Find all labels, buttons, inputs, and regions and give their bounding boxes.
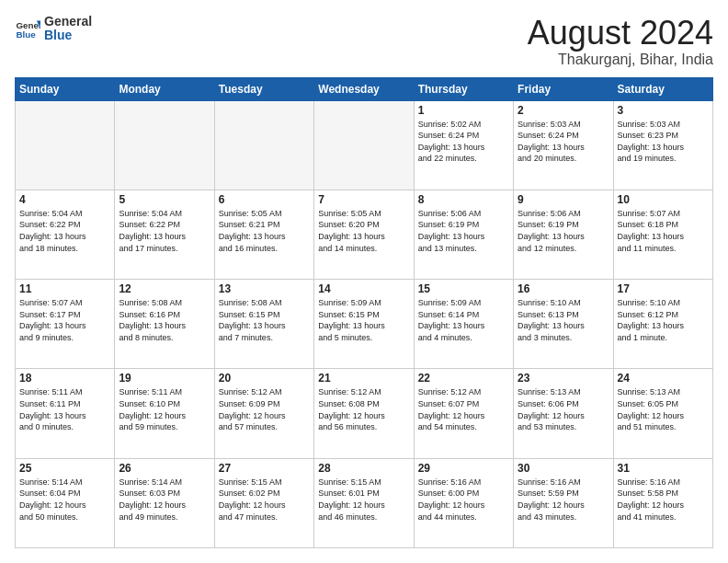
day-cell: 13Sunrise: 5:08 AM Sunset: 6:15 PM Dayli… [214, 280, 313, 369]
day-info: Sunrise: 5:02 AM Sunset: 6:24 PM Dayligh… [418, 119, 509, 165]
day-info: Sunrise: 5:05 AM Sunset: 6:21 PM Dayligh… [219, 208, 310, 254]
day-cell: 16Sunrise: 5:10 AM Sunset: 6:13 PM Dayli… [514, 280, 613, 369]
day-info: Sunrise: 5:13 AM Sunset: 6:06 PM Dayligh… [518, 386, 609, 432]
day-number: 20 [219, 372, 310, 385]
day-number: 7 [318, 193, 409, 206]
day-info: Sunrise: 5:12 AM Sunset: 6:07 PM Dayligh… [418, 386, 509, 432]
title-block: August 2024 Thakurganj, Bihar, India [528, 15, 713, 68]
day-info: Sunrise: 5:11 AM Sunset: 6:10 PM Dayligh… [119, 386, 210, 432]
logo-text: General Blue [44, 15, 92, 43]
weekday-header-monday: Monday [115, 77, 214, 100]
day-cell: 2Sunrise: 5:03 AM Sunset: 6:24 PM Daylig… [514, 100, 613, 190]
day-number: 21 [318, 372, 409, 385]
day-info: Sunrise: 5:11 AM Sunset: 6:11 PM Dayligh… [19, 386, 110, 432]
day-cell: 19Sunrise: 5:11 AM Sunset: 6:10 PM Dayli… [115, 369, 214, 458]
day-cell: 26Sunrise: 5:14 AM Sunset: 6:03 PM Dayli… [115, 458, 214, 547]
day-number: 18 [19, 372, 110, 385]
day-info: Sunrise: 5:16 AM Sunset: 5:58 PM Dayligh… [618, 477, 709, 523]
day-number: 4 [19, 193, 110, 206]
day-cell: 31Sunrise: 5:16 AM Sunset: 5:58 PM Dayli… [613, 458, 712, 547]
day-number: 17 [618, 282, 709, 295]
weekday-header-tuesday: Tuesday [214, 77, 313, 100]
day-number: 2 [518, 104, 609, 117]
day-cell [115, 100, 214, 190]
day-number: 12 [119, 282, 210, 295]
day-info: Sunrise: 5:14 AM Sunset: 6:03 PM Dayligh… [119, 477, 210, 523]
day-cell [16, 100, 115, 190]
day-number: 5 [119, 193, 210, 206]
day-info: Sunrise: 5:06 AM Sunset: 6:19 PM Dayligh… [518, 208, 609, 254]
day-cell: 28Sunrise: 5:15 AM Sunset: 6:01 PM Dayli… [314, 458, 414, 547]
title-month: August 2024 [528, 15, 713, 52]
logo: General Blue General Blue [15, 15, 92, 43]
weekday-header-wednesday: Wednesday [314, 77, 414, 100]
weekday-header-saturday: Saturday [613, 77, 712, 100]
day-info: Sunrise: 5:15 AM Sunset: 6:01 PM Dayligh… [318, 477, 409, 523]
day-number: 24 [618, 372, 709, 385]
day-info: Sunrise: 5:03 AM Sunset: 6:23 PM Dayligh… [618, 119, 709, 165]
day-number: 11 [19, 282, 110, 295]
day-info: Sunrise: 5:15 AM Sunset: 6:02 PM Dayligh… [219, 477, 310, 523]
day-info: Sunrise: 5:09 AM Sunset: 6:15 PM Dayligh… [318, 297, 409, 343]
day-number: 8 [418, 193, 509, 206]
day-cell: 18Sunrise: 5:11 AM Sunset: 6:11 PM Dayli… [16, 369, 115, 458]
weekday-header-thursday: Thursday [414, 77, 513, 100]
day-number: 15 [418, 282, 509, 295]
day-cell: 4Sunrise: 5:04 AM Sunset: 6:22 PM Daylig… [16, 190, 115, 279]
day-cell: 11Sunrise: 5:07 AM Sunset: 6:17 PM Dayli… [16, 280, 115, 369]
day-number: 26 [119, 462, 210, 475]
day-info: Sunrise: 5:14 AM Sunset: 6:04 PM Dayligh… [19, 477, 110, 523]
weekday-header-row: SundayMondayTuesdayWednesdayThursdayFrid… [16, 77, 713, 100]
day-info: Sunrise: 5:10 AM Sunset: 6:13 PM Dayligh… [518, 297, 609, 343]
day-cell: 23Sunrise: 5:13 AM Sunset: 6:06 PM Dayli… [514, 369, 613, 458]
day-cell: 15Sunrise: 5:09 AM Sunset: 6:14 PM Dayli… [414, 280, 513, 369]
day-number: 19 [119, 372, 210, 385]
week-row-4: 18Sunrise: 5:11 AM Sunset: 6:11 PM Dayli… [16, 369, 713, 458]
day-number: 16 [518, 282, 609, 295]
title-location: Thakurganj, Bihar, India [528, 52, 713, 68]
day-number: 23 [518, 372, 609, 385]
day-cell: 24Sunrise: 5:13 AM Sunset: 6:05 PM Dayli… [613, 369, 712, 458]
day-cell: 9Sunrise: 5:06 AM Sunset: 6:19 PM Daylig… [514, 190, 613, 279]
logo-general-text: General [44, 15, 92, 29]
day-cell: 5Sunrise: 5:04 AM Sunset: 6:22 PM Daylig… [115, 190, 214, 279]
day-number: 27 [219, 462, 310, 475]
day-number: 3 [618, 104, 709, 117]
day-cell: 8Sunrise: 5:06 AM Sunset: 6:19 PM Daylig… [414, 190, 513, 279]
day-cell: 30Sunrise: 5:16 AM Sunset: 5:59 PM Dayli… [514, 458, 613, 547]
day-number: 30 [518, 462, 609, 475]
day-number: 14 [318, 282, 409, 295]
logo-icon: General Blue [15, 16, 40, 41]
day-info: Sunrise: 5:04 AM Sunset: 6:22 PM Dayligh… [19, 208, 110, 254]
day-info: Sunrise: 5:12 AM Sunset: 6:09 PM Dayligh… [219, 386, 310, 432]
day-cell: 12Sunrise: 5:08 AM Sunset: 6:16 PM Dayli… [115, 280, 214, 369]
day-info: Sunrise: 5:16 AM Sunset: 5:59 PM Dayligh… [518, 477, 609, 523]
day-cell: 20Sunrise: 5:12 AM Sunset: 6:09 PM Dayli… [214, 369, 313, 458]
day-info: Sunrise: 5:16 AM Sunset: 6:00 PM Dayligh… [418, 477, 509, 523]
day-number: 25 [19, 462, 110, 475]
day-cell: 22Sunrise: 5:12 AM Sunset: 6:07 PM Dayli… [414, 369, 513, 458]
calendar-table: SundayMondayTuesdayWednesdayThursdayFrid… [15, 77, 713, 548]
day-info: Sunrise: 5:10 AM Sunset: 6:12 PM Dayligh… [618, 297, 709, 343]
day-number: 31 [618, 462, 709, 475]
header: General Blue General Blue August 2024 Th… [15, 15, 713, 68]
week-row-2: 4Sunrise: 5:04 AM Sunset: 6:22 PM Daylig… [16, 190, 713, 279]
week-row-1: 1Sunrise: 5:02 AM Sunset: 6:24 PM Daylig… [16, 100, 713, 190]
week-row-3: 11Sunrise: 5:07 AM Sunset: 6:17 PM Dayli… [16, 280, 713, 369]
day-number: 28 [318, 462, 409, 475]
day-info: Sunrise: 5:06 AM Sunset: 6:19 PM Dayligh… [418, 208, 509, 254]
day-number: 22 [418, 372, 509, 385]
day-info: Sunrise: 5:12 AM Sunset: 6:08 PM Dayligh… [318, 386, 409, 432]
day-info: Sunrise: 5:09 AM Sunset: 6:14 PM Dayligh… [418, 297, 509, 343]
day-info: Sunrise: 5:07 AM Sunset: 6:17 PM Dayligh… [19, 297, 110, 343]
day-number: 9 [518, 193, 609, 206]
day-cell [314, 100, 414, 190]
day-cell: 25Sunrise: 5:14 AM Sunset: 6:04 PM Dayli… [16, 458, 115, 547]
day-number: 29 [418, 462, 509, 475]
day-cell: 1Sunrise: 5:02 AM Sunset: 6:24 PM Daylig… [414, 100, 513, 190]
day-cell: 21Sunrise: 5:12 AM Sunset: 6:08 PM Dayli… [314, 369, 414, 458]
day-info: Sunrise: 5:13 AM Sunset: 6:05 PM Dayligh… [618, 386, 709, 432]
svg-text:Blue: Blue [16, 29, 36, 40]
day-number: 13 [219, 282, 310, 295]
day-info: Sunrise: 5:08 AM Sunset: 6:15 PM Dayligh… [219, 297, 310, 343]
